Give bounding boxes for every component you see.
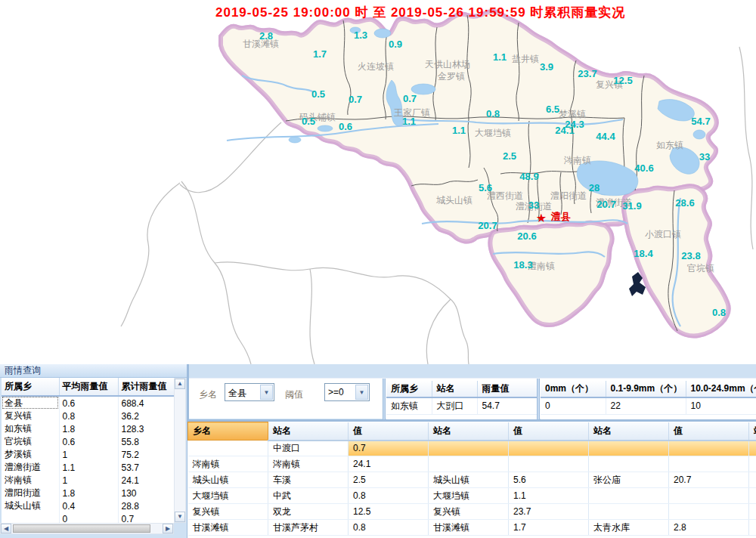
table-cell[interactable]: 复兴镇 bbox=[429, 504, 509, 520]
table-cell[interactable] bbox=[429, 456, 509, 472]
column-header[interactable]: 站名 bbox=[429, 422, 509, 441]
table-cell[interactable]: 688.4 bbox=[118, 396, 174, 410]
column-header[interactable]: 站名 bbox=[432, 381, 477, 397]
table-cell[interactable]: 75.2 bbox=[118, 448, 174, 461]
threshold-select[interactable]: >=0 ▼ bbox=[324, 383, 370, 401]
table-cell[interactable]: 城头山镇 bbox=[2, 499, 59, 512]
table-row[interactable]: 复兴镇0.836.2 bbox=[2, 410, 174, 422]
column-header[interactable]: 值 bbox=[349, 422, 429, 441]
table-cell[interactable]: 0.7 bbox=[349, 441, 429, 456]
table-cell[interactable] bbox=[749, 456, 756, 472]
table-cell[interactable]: 28.8 bbox=[118, 499, 174, 512]
column-header[interactable]: 所属乡 bbox=[386, 381, 432, 397]
table-cell[interactable]: 5.6 bbox=[509, 472, 589, 488]
table-cell[interactable] bbox=[589, 504, 669, 520]
column-header[interactable]: 站名 bbox=[268, 422, 349, 441]
table-cell[interactable]: 54.7 bbox=[477, 397, 537, 414]
table-cell[interactable]: 0.8 bbox=[349, 520, 429, 536]
table-cell[interactable] bbox=[429, 441, 509, 456]
table-row[interactable]: 中渡口0.7 bbox=[188, 441, 756, 456]
table-cell[interactable]: 中渡口 bbox=[268, 441, 349, 456]
scroll-down-icon[interactable]: ▼ bbox=[175, 512, 185, 522]
table-cell[interactable]: 1 bbox=[59, 474, 118, 487]
table-cell[interactable]: 大堰垱镇 bbox=[429, 488, 509, 504]
table-cell[interactable]: 12.5 bbox=[349, 504, 429, 520]
table-cell[interactable]: 0.6 bbox=[59, 435, 118, 448]
table-row[interactable]: 官垸镇0.655.8 bbox=[2, 435, 174, 448]
column-header[interactable]: 值 bbox=[669, 422, 749, 441]
table-cell[interactable]: 22 bbox=[606, 397, 686, 414]
table-cell[interactable]: 大剅口 bbox=[432, 397, 477, 414]
table-cell[interactable]: 涔南镇 bbox=[268, 456, 349, 472]
table-cell[interactable] bbox=[509, 441, 589, 456]
table-row[interactable]: 梦溪镇175.2 bbox=[2, 448, 174, 461]
column-header[interactable]: 站 bbox=[749, 422, 756, 441]
table-row[interactable]: 澧阳街道1.8130 bbox=[2, 487, 174, 499]
scroll-left-icon[interactable]: ◀ bbox=[1, 524, 11, 533]
table-cell[interactable]: 中武 bbox=[268, 488, 349, 504]
table-row[interactable]: 如东镇大剅口54.7 bbox=[386, 397, 537, 414]
table-cell[interactable] bbox=[749, 488, 756, 504]
table-cell[interactable]: 10 bbox=[686, 397, 756, 414]
table-cell[interactable] bbox=[188, 441, 268, 456]
table-cell[interactable]: 1.7 bbox=[509, 520, 589, 536]
table-cell[interactable]: 2.8 bbox=[669, 520, 749, 536]
table-cell[interactable]: 0.8 bbox=[59, 410, 118, 422]
table-cell[interactable]: 复兴镇 bbox=[2, 410, 59, 422]
table-cell[interactable]: 1.8 bbox=[59, 422, 118, 435]
table-cell[interactable]: 双龙 bbox=[268, 504, 349, 520]
scroll-right-icon[interactable]: ▶ bbox=[163, 524, 173, 533]
table-row[interactable]: 复兴镇双龙12.5复兴镇23.7 bbox=[188, 504, 756, 520]
table-row[interactable]: 涔南镇涔南镇24.1 bbox=[188, 456, 756, 472]
table-cell[interactable]: 张公庙 bbox=[589, 472, 669, 488]
table-cell[interactable]: 128.3 bbox=[118, 422, 174, 435]
map-canvas[interactable]: 2019-05-25 19:00:00 时 至 2019-05-26 19:59… bbox=[0, 0, 756, 364]
table-row[interactable]: 涔南镇124.1 bbox=[2, 474, 174, 487]
summary-vscrollbar[interactable]: ▲ ▼ bbox=[174, 378, 186, 523]
table-cell[interactable] bbox=[589, 441, 669, 456]
table-cell[interactable]: 2.5 bbox=[349, 472, 429, 488]
section-splitter[interactable] bbox=[537, 379, 540, 419]
town-select[interactable]: 全县 ▼ bbox=[225, 383, 274, 401]
table-cell[interactable]: 23.7 bbox=[509, 504, 589, 520]
table-row[interactable]: 全县0.6688.4 bbox=[2, 396, 174, 410]
scroll-up-icon[interactable]: ▲ bbox=[175, 379, 185, 389]
table-row[interactable]: 如东镇1.8128.3 bbox=[2, 422, 174, 435]
table-cell[interactable]: 0.4 bbox=[59, 499, 118, 512]
table-cell[interactable]: 53.7 bbox=[118, 461, 174, 474]
table-cell[interactable]: 大堰垱镇 bbox=[188, 488, 268, 504]
table-cell[interactable]: 涔南镇 bbox=[188, 456, 268, 472]
column-header[interactable]: 雨量值 bbox=[477, 381, 537, 397]
table-cell[interactable] bbox=[669, 488, 749, 504]
table-cell[interactable] bbox=[749, 472, 756, 488]
table-cell[interactable]: 甘溪滩镇 bbox=[188, 520, 268, 536]
table-cell[interactable]: 太青水库 bbox=[589, 520, 669, 536]
table-cell[interactable]: 0.8 bbox=[349, 488, 429, 504]
table-cell[interactable]: 澧澹街道 bbox=[2, 461, 59, 474]
column-header[interactable]: 乡名 bbox=[188, 422, 268, 441]
column-header[interactable]: 值 bbox=[509, 422, 589, 441]
table-cell[interactable] bbox=[749, 520, 756, 536]
table-cell[interactable] bbox=[749, 441, 756, 456]
table-row[interactable]: 02210 bbox=[541, 397, 756, 414]
table-cell[interactable]: 130 bbox=[118, 487, 174, 499]
table-cell[interactable]: 1.1 bbox=[59, 461, 118, 474]
table-cell[interactable] bbox=[669, 456, 749, 472]
column-header[interactable]: 所属乡 bbox=[2, 378, 59, 396]
column-header[interactable]: 站名 bbox=[589, 422, 669, 441]
table-cell[interactable] bbox=[509, 456, 589, 472]
table-cell[interactable]: 20.7 bbox=[669, 472, 749, 488]
chevron-down-icon[interactable]: ▼ bbox=[355, 385, 368, 400]
table-cell[interactable]: 1.1 bbox=[509, 488, 589, 504]
table-cell[interactable]: 1 bbox=[59, 448, 118, 461]
table-cell[interactable]: 55.8 bbox=[118, 435, 174, 448]
table-cell[interactable]: 涔南镇 bbox=[2, 474, 59, 487]
table-cell[interactable] bbox=[669, 504, 749, 520]
column-header[interactable]: 平均雨量值 bbox=[59, 378, 118, 396]
table-cell[interactable]: 复兴镇 bbox=[188, 504, 268, 520]
column-header[interactable]: 0mm（个） bbox=[541, 381, 606, 397]
table-row[interactable]: 澧澹街道1.153.7 bbox=[2, 461, 174, 474]
table-cell[interactable]: 24.1 bbox=[118, 474, 174, 487]
table-cell[interactable]: 梦溪镇 bbox=[2, 448, 59, 461]
table-cell[interactable]: 24.1 bbox=[349, 456, 429, 472]
